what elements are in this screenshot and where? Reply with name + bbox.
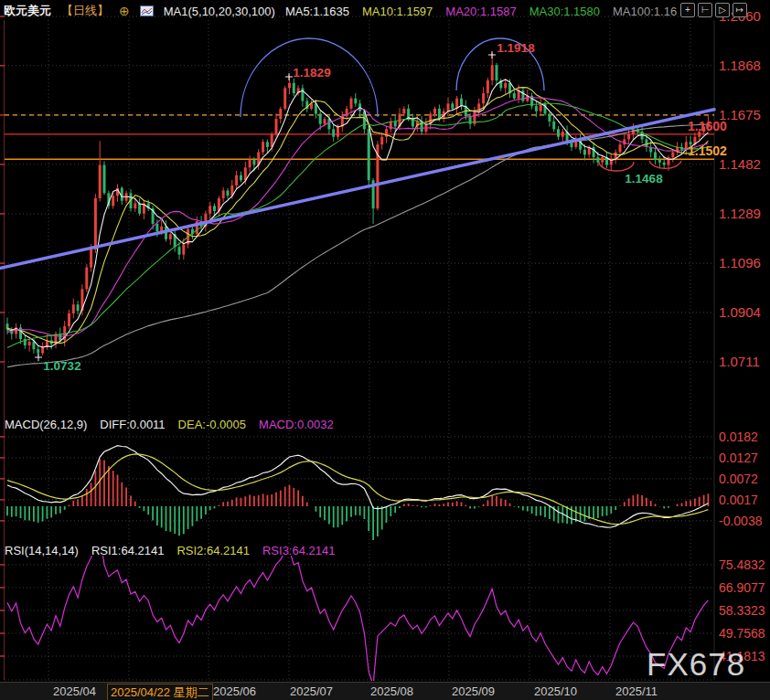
svg-text:66.9077: 66.9077 xyxy=(719,580,765,595)
svg-text:1.1482: 1.1482 xyxy=(719,156,761,172)
date-label: 2025/08 xyxy=(370,684,413,698)
macd-macd-value: MACD:0.0032 xyxy=(259,418,334,431)
macd-title: MACD(26,12,9) xyxy=(5,418,87,431)
period-label: 【日线】 xyxy=(61,3,109,19)
add-indicator-icon[interactable]: ⊕ xyxy=(119,4,130,18)
ma-value: MA30:1.1580 xyxy=(529,5,600,18)
svg-text:0.0017: 0.0017 xyxy=(719,493,758,507)
ma-values: MA5:1.1635MA10:1.1597MA20:1.1587MA30:1.1… xyxy=(285,5,677,18)
price-annotation: 1.1468 xyxy=(625,172,663,186)
chart-header: 欧元美元 【日线】 ⊕ MA1(5,10,20,30,100) MA5:1.16… xyxy=(4,3,677,19)
svg-text:58.3323: 58.3323 xyxy=(719,603,765,618)
ma-value: MA100:1.16 xyxy=(613,5,677,18)
candles[interactable] xyxy=(6,53,710,356)
svg-text:49.7568: 49.7568 xyxy=(719,626,765,641)
svg-text:1.1289: 1.1289 xyxy=(719,206,761,221)
ma-value: MA5:1.1635 xyxy=(285,5,349,18)
svg-text:1.0711: 1.0711 xyxy=(719,354,760,369)
price-axis-labels: 1.20601.18681.16751.14821.12891.10961.09… xyxy=(719,8,765,663)
price-annotation: 1.1829 xyxy=(293,66,330,80)
svg-text:1.1096: 1.1096 xyxy=(719,255,761,270)
ma-value: MA20:1.1587 xyxy=(445,5,516,18)
date-label: 2025/07 xyxy=(290,684,333,698)
chart-area[interactable]: 1.18291.19181.14681.07321.16001.15021.20… xyxy=(0,0,770,700)
macd-dea-value: DEA:-0.0005 xyxy=(178,418,246,431)
rsi-header: RSI(14,14,14) RSI1:64.2141 RSI2:64.2141 … xyxy=(5,544,335,557)
date-label: 2025/09 xyxy=(452,684,495,698)
ma-settings-label: MA1(5,10,20,30,100) xyxy=(164,5,275,18)
trading-app: 1.18291.19181.14681.07321.16001.15021.20… xyxy=(0,0,770,700)
red-arc-annotation xyxy=(599,162,634,171)
macd-header: MACD(26,12,9) DIFF:0.0011 DEA:-0.0005 MA… xyxy=(5,418,334,431)
grid-vertical xyxy=(48,20,690,680)
ma30-line xyxy=(7,103,708,347)
rsi1-value: RSI1:64.2141 xyxy=(91,544,165,557)
svg-text:1.0904: 1.0904 xyxy=(719,304,761,320)
svg-text:0.0182: 0.0182 xyxy=(719,430,758,444)
svg-text:0.0127: 0.0127 xyxy=(719,451,758,465)
ma-value: MA10:1.1597 xyxy=(362,5,433,18)
price-annotation: 1.1918 xyxy=(497,41,535,55)
rsi2-value: RSI2:64.2141 xyxy=(176,544,250,557)
symbol-title: 欧元美元 xyxy=(4,3,51,19)
left-axis xyxy=(0,16,5,680)
macd-diff-value: DIFF:0.0011 xyxy=(100,418,165,431)
rsi3-value: RSI3:64.2141 xyxy=(262,544,336,557)
axis-scale-icon[interactable]: ⊢ xyxy=(698,3,712,17)
pan-move-icon[interactable]: + xyxy=(680,3,695,17)
date-label: 2025/04 xyxy=(53,684,96,698)
date-label: 2025/11 xyxy=(615,684,658,698)
svg-text:0.0072: 0.0072 xyxy=(719,472,758,486)
axis-play-icon[interactable]: ▷ xyxy=(715,3,730,17)
svg-text:1.1868: 1.1868 xyxy=(719,58,761,73)
selected-date-label: 2025/04/22 星期二 xyxy=(107,684,213,700)
watermark: FX678 xyxy=(647,646,745,683)
price-annotation: 1.0732 xyxy=(43,359,80,373)
rsi-title: RSI(14,14,14) xyxy=(5,544,79,557)
exit-chart-icon[interactable]: ↦ xyxy=(733,3,747,17)
svg-text:-0.0038: -0.0038 xyxy=(719,514,763,528)
date-label: 2025/10 xyxy=(534,684,577,698)
ma5-line xyxy=(7,80,708,347)
chart-type-icon[interactable] xyxy=(140,5,154,16)
grid-horizontal xyxy=(5,16,714,680)
svg-text:1.1675: 1.1675 xyxy=(719,107,761,122)
ma10-line xyxy=(7,88,708,344)
ma-lines xyxy=(7,80,708,367)
svg-text:75.4832: 75.4832 xyxy=(719,557,765,572)
macd-panel xyxy=(7,446,708,543)
date-label: 2025/06 xyxy=(213,684,256,698)
chart-toolbar: +⊢▷↦ xyxy=(680,3,747,17)
trendline[interactable] xyxy=(0,110,714,269)
time-axis[interactable]: 2025/042025/04/22 星期二2025/062025/072025/… xyxy=(0,682,770,700)
